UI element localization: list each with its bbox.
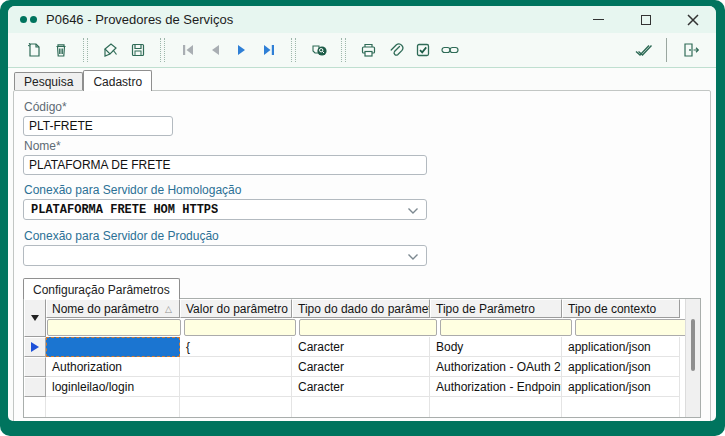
codigo-label: Código* [24, 100, 701, 114]
cell-nome[interactable]: Authorization [46, 357, 180, 377]
new-record-button[interactable] [20, 37, 47, 63]
new-record-icon [25, 41, 43, 59]
params-table: Nome do parâmetro△ Valor do parâmetro Ti… [24, 299, 680, 417]
row-selector-cell[interactable] [24, 377, 46, 397]
chevron-down-icon [407, 247, 419, 265]
cell-nome[interactable]: loginleilao/login [46, 377, 180, 397]
toolbar-right-group [629, 37, 704, 63]
cell-valor[interactable] [180, 377, 292, 397]
exit-door-icon [681, 41, 700, 59]
grid-vertical-scrollbar[interactable] [685, 299, 700, 417]
cadastro-panel: Código* Nome* Conexão para Servidor de H… [13, 90, 711, 421]
maximize-button[interactable] [622, 6, 669, 33]
producao-label: Conexão para Servidor de Produção [24, 229, 701, 243]
table-row[interactable]: Authorization Caracter Authorization - O… [24, 357, 680, 377]
table-row[interactable]: { Caracter Body application/json [24, 337, 680, 357]
params-tabstrip: Configuração Parâmetros [23, 277, 701, 298]
copy-record-button[interactable] [97, 37, 124, 63]
close-button[interactable] [669, 6, 716, 33]
row-selector-cell[interactable] [24, 337, 46, 357]
first-record-icon [180, 43, 196, 57]
save-record-button[interactable] [124, 37, 151, 63]
filter-valor-input[interactable] [184, 319, 296, 336]
cell-valor[interactable] [180, 357, 292, 377]
column-header-nome[interactable]: Nome do parâmetro△ [46, 299, 180, 318]
grid-header-row: Nome do parâmetro△ Valor do parâmetro Ti… [46, 299, 695, 318]
toolbar [8, 33, 716, 68]
cell-tipo-contexto[interactable]: application/json [562, 357, 680, 377]
column-header-valor[interactable]: Valor do parâmetro [180, 299, 292, 318]
last-record-icon [261, 43, 277, 57]
scrollbar-thumb[interactable] [691, 319, 695, 371]
cell-nome[interactable] [46, 337, 180, 357]
homologacao-value: PLATAFORMA FRETE HOM HTTPS [31, 203, 218, 217]
attachments-button[interactable] [382, 37, 409, 63]
grid-header: Nome do parâmetro△ Valor do parâmetro Ti… [24, 299, 680, 337]
row-selector-cell[interactable] [24, 357, 46, 377]
window-title: P0646 - Provedores de Serviços [46, 12, 233, 27]
window-controls [575, 6, 716, 33]
grid-filter-row [46, 318, 695, 337]
cell-tipo-parametro[interactable]: Authorization - Endpoint [430, 377, 562, 397]
confirm-check-icon [633, 42, 653, 58]
cell-tipo-contexto[interactable]: application/json [562, 377, 680, 397]
paperclip-icon [387, 41, 405, 59]
confirm-button[interactable] [629, 37, 656, 63]
last-record-button[interactable] [255, 37, 282, 63]
table-row[interactable]: loginleilao/login Caracter Authorization… [24, 377, 680, 397]
homologacao-label: Conexão para Servidor de Homologação [24, 183, 701, 197]
cell-tipo-parametro[interactable]: Authorization - OAuth 2.0 [430, 357, 562, 377]
cell-tipo-parametro[interactable]: Body [430, 337, 562, 357]
cell-tipo-dado[interactable]: Caracter [292, 357, 430, 377]
exit-button[interactable] [677, 37, 704, 63]
app-window: P0646 - Provedores de Serviços [8, 6, 716, 421]
tab-configuracao-parametros[interactable]: Configuração Parâmetros [23, 278, 180, 299]
delete-record-button[interactable] [47, 37, 74, 63]
previous-record-icon [208, 43, 222, 57]
next-record-icon [235, 43, 249, 57]
first-record-button[interactable] [174, 37, 201, 63]
filter-tipo-dado-input[interactable] [299, 319, 437, 336]
codigo-input[interactable] [23, 116, 173, 136]
save-icon [129, 41, 147, 59]
search-records-button[interactable] [305, 37, 332, 63]
producao-select[interactable] [23, 245, 427, 266]
tab-pesquisa[interactable]: Pesquisa [14, 72, 83, 90]
printer-icon [359, 41, 378, 59]
current-row-icon [31, 342, 39, 352]
toolbar-separator [666, 38, 667, 62]
params-grid: Nome do parâmetro△ Valor do parâmetro Ti… [23, 298, 701, 418]
column-header-tipo-contexto[interactable]: Tipo de contexto [562, 299, 680, 318]
toolbar-separator [291, 38, 296, 62]
filter-nome-input[interactable] [47, 319, 181, 336]
cell-tipo-dado[interactable]: Caracter [292, 337, 430, 357]
search-icon [309, 41, 329, 59]
cell-tipo-dado[interactable]: Caracter [292, 377, 430, 397]
trash-icon [52, 41, 70, 59]
toolbar-separator [160, 38, 165, 62]
print-button[interactable] [355, 37, 382, 63]
column-header-tipo-parametro[interactable]: Tipo de Parâmetro [430, 299, 562, 318]
tab-cadastro[interactable]: Cadastro [83, 70, 152, 91]
app-logo-icon [20, 16, 37, 23]
next-record-button[interactable] [228, 37, 255, 63]
grid-filter-menu-button[interactable] [24, 299, 46, 337]
links-button[interactable] [436, 37, 463, 63]
previous-record-button[interactable] [201, 37, 228, 63]
nome-input[interactable] [23, 155, 427, 175]
filter-tipo-contexto-input[interactable] [575, 319, 693, 336]
copy-record-icon [101, 41, 120, 60]
link-icon [440, 43, 460, 57]
tasks-button[interactable] [409, 37, 436, 63]
homologacao-select[interactable]: PLATAFORMA FRETE HOM HTTPS [23, 199, 427, 220]
cell-tipo-contexto[interactable]: application/json [562, 337, 680, 357]
maximize-icon [641, 15, 651, 25]
filter-tipo-parametro-input[interactable] [440, 319, 572, 336]
toolbar-separator [83, 38, 88, 62]
nome-label: Nome* [24, 139, 701, 153]
minimize-button[interactable] [575, 6, 622, 33]
cell-valor[interactable]: { [180, 337, 292, 357]
title-bar: P0646 - Provedores de Serviços [8, 6, 716, 33]
filter-icon [31, 315, 39, 321]
column-header-tipo-dado[interactable]: Tipo do dado do parâmetro [292, 299, 430, 318]
